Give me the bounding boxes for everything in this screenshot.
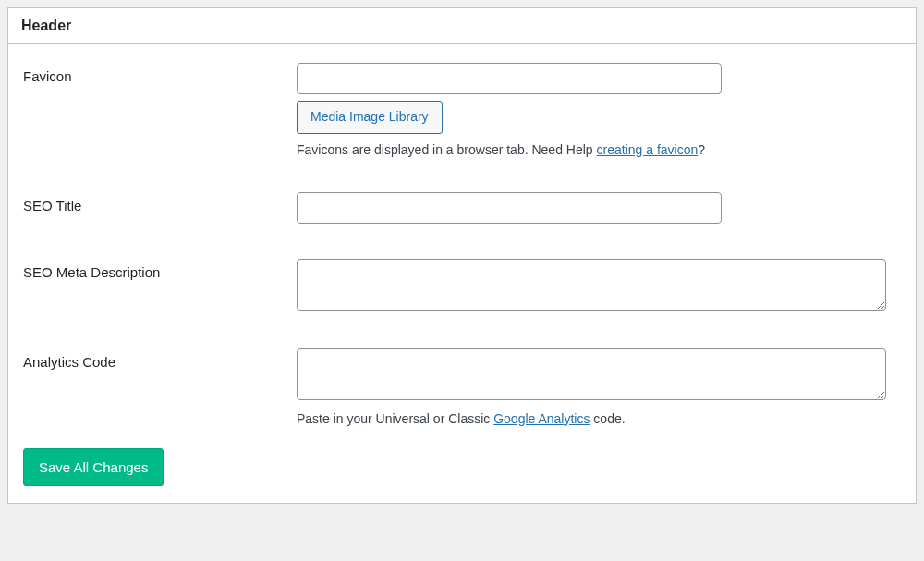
- analytics-help-link[interactable]: Google Analytics: [493, 411, 590, 426]
- favicon-help-prefix: Favicons are displayed in a browser tab.…: [297, 142, 597, 157]
- submit-row: Save All Changes: [23, 448, 901, 486]
- seo-title-label: SEO Title: [23, 192, 297, 213]
- analytics-help-prefix: Paste in your Universal or Classic: [297, 411, 493, 426]
- analytics-controls: Paste in your Universal or Classic Googl…: [297, 348, 901, 426]
- analytics-row: Analytics Code Paste in your Universal o…: [23, 348, 901, 426]
- seo-title-row: SEO Title: [23, 192, 901, 224]
- analytics-textarea[interactable]: [297, 348, 886, 400]
- seo-title-input[interactable]: [297, 192, 722, 224]
- analytics-help-suffix: code.: [590, 411, 625, 426]
- panel-header: Header: [8, 8, 916, 44]
- media-library-button[interactable]: Media Image Library: [297, 101, 443, 134]
- favicon-controls: Media Image Library Favicons are display…: [297, 63, 901, 157]
- favicon-input[interactable]: [297, 63, 722, 94]
- seo-title-controls: [297, 192, 901, 224]
- save-all-changes-button[interactable]: Save All Changes: [23, 448, 164, 486]
- favicon-help-suffix: ?: [698, 142, 705, 157]
- favicon-help-text: Favicons are displayed in a browser tab.…: [297, 142, 901, 157]
- seo-meta-controls: [297, 259, 901, 313]
- analytics-help-text: Paste in your Universal or Classic Googl…: [297, 411, 901, 426]
- favicon-label: Favicon: [23, 63, 297, 84]
- analytics-label: Analytics Code: [23, 348, 297, 370]
- seo-meta-textarea[interactable]: [297, 259, 886, 311]
- panel-body: Favicon Media Image Library Favicons are…: [8, 44, 916, 503]
- favicon-help-link[interactable]: creating a favicon: [597, 142, 699, 157]
- favicon-row: Favicon Media Image Library Favicons are…: [23, 63, 901, 157]
- seo-meta-row: SEO Meta Description: [23, 259, 901, 313]
- header-settings-panel: Header Favicon Media Image Library Favic…: [7, 7, 917, 504]
- panel-title: Header: [21, 18, 903, 34]
- seo-meta-label: SEO Meta Description: [23, 259, 297, 280]
